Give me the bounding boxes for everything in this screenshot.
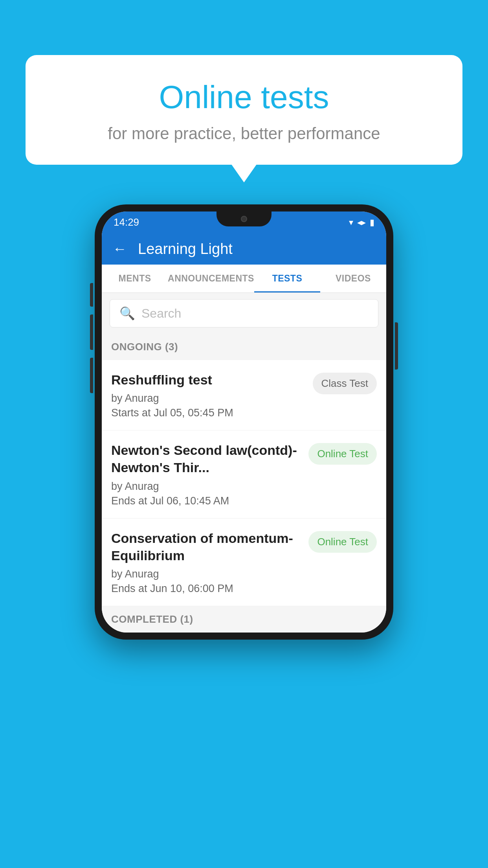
test-author-1: by Anurag (111, 392, 306, 405)
signal-icon: ◂▸ (357, 217, 366, 228)
app-title: Learning Light (138, 241, 233, 257)
test-info-1: Reshuffling test by Anurag Starts at Jul… (111, 371, 306, 419)
search-placeholder: Search (141, 306, 181, 321)
test-info-3: Conservation of momentum-Equilibrium by … (111, 530, 302, 595)
test-date-2: Ends at Jul 06, 10:45 AM (111, 495, 302, 507)
speech-bubble: Online tests for more practice, better p… (26, 55, 462, 165)
phone-frame: 14:29 ▾ ◂▸ ▮ ← Learning Light MENTS (95, 204, 393, 640)
test-author-3: by Anurag (111, 568, 302, 580)
mute-button (90, 358, 93, 393)
power-button (395, 322, 398, 370)
test-item-3[interactable]: Conservation of momentum-Equilibrium by … (102, 519, 386, 606)
camera (241, 216, 247, 222)
completed-section-header: COMPLETED (1) (102, 606, 386, 633)
test-item-2[interactable]: Newton's Second law(contd)-Newton's Thir… (102, 430, 386, 518)
battery-icon: ▮ (370, 217, 374, 228)
test-name-2: Newton's Second law(contd)-Newton's Thir… (111, 441, 302, 476)
test-item[interactable]: Reshuffling test by Anurag Starts at Jul… (102, 360, 386, 430)
status-bar: 14:29 ▾ ◂▸ ▮ (102, 211, 386, 233)
ongoing-section-header: ONGOING (3) (102, 334, 386, 360)
volume-down-button (90, 314, 93, 350)
test-author-2: by Anurag (111, 480, 302, 493)
search-bar[interactable]: 🔍 Search (110, 299, 378, 327)
wifi-icon: ▾ (349, 217, 353, 228)
volume-up-button (90, 283, 93, 307)
status-time: 14:29 (114, 216, 139, 228)
bubble-title: Online tests (45, 79, 443, 116)
notch (216, 211, 272, 226)
tabs-bar: MENTS ANNOUNCEMENTS TESTS VIDEOS (102, 265, 386, 293)
tab-tests[interactable]: TESTS (254, 265, 320, 292)
bubble-subtitle: for more practice, better performance (45, 124, 443, 143)
status-icons: ▾ ◂▸ ▮ (349, 217, 374, 228)
tab-videos[interactable]: VIDEOS (320, 265, 386, 292)
test-date-3: Ends at Jun 10, 06:00 PM (111, 583, 302, 595)
test-badge-2: Online Test (308, 443, 377, 465)
tab-ments[interactable]: MENTS (102, 265, 168, 292)
phone-wrapper: 14:29 ▾ ◂▸ ▮ ← Learning Light MENTS (95, 204, 393, 640)
test-badge-3: Online Test (308, 531, 377, 553)
search-bar-container: 🔍 Search (102, 293, 386, 334)
tab-announcements[interactable]: ANNOUNCEMENTS (168, 265, 254, 292)
phone-screen: 14:29 ▾ ◂▸ ▮ ← Learning Light MENTS (102, 211, 386, 633)
test-badge-1: Class Test (313, 373, 377, 394)
test-name-3: Conservation of momentum-Equilibrium (111, 530, 302, 564)
search-icon: 🔍 (119, 306, 135, 321)
app-bar: ← Learning Light (102, 233, 386, 265)
test-info-2: Newton's Second law(contd)-Newton's Thir… (111, 441, 302, 507)
back-button[interactable]: ← (113, 241, 127, 257)
test-date-1: Starts at Jul 05, 05:45 PM (111, 407, 306, 419)
test-name-1: Reshuffling test (111, 371, 306, 388)
